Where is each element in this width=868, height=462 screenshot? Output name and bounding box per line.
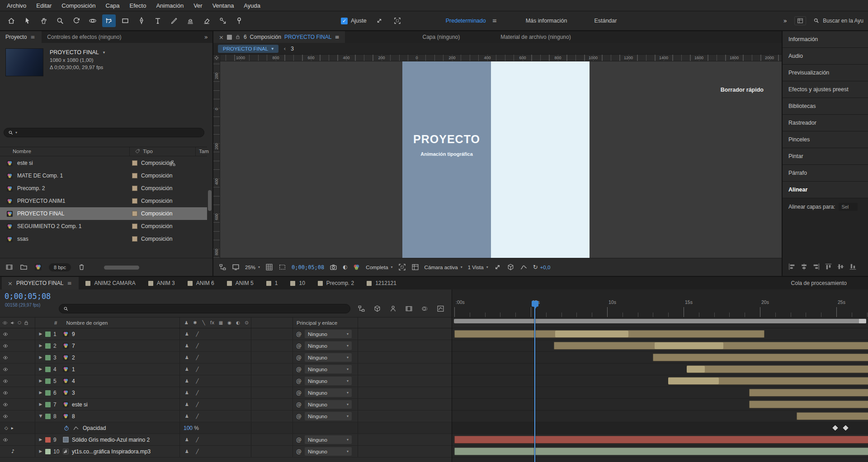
chevron-right-icon[interactable]: ▶ [37,391,44,395]
pick-whip-icon[interactable]: @ [296,355,302,360]
draft-3d-icon[interactable] [373,305,381,313]
shy-icon[interactable]: ♟ [184,438,190,442]
eye-icon[interactable] [3,402,8,407]
panel-menu-icon[interactable]: ≡ [67,280,73,286]
time-ruler[interactable]: :00s05s10s15s20s25s [452,289,868,317]
parent-dropdown[interactable]: Ninguno ▾ [305,330,352,338]
quality-icon[interactable]: ╱ [194,391,201,395]
pick-whip-icon[interactable]: @ [296,378,302,384]
layer-switches[interactable]: ♟ ╱ [180,446,251,457]
timeline-track[interactable] [452,411,868,422]
project-search-input[interactable]: ▾ [4,128,204,137]
layer-bar[interactable] [687,365,868,373]
tab-material-de-archivo[interactable]: Material de archivo (ninguno) [495,31,576,43]
timeline-tab-anim-3[interactable]: ANIM 3 [142,277,181,289]
show-snapshot-icon[interactable]: ◐ [343,265,347,270]
column-tipo[interactable]: Tipo [135,149,153,154]
help-search[interactable]: Buscar en la Ayu [813,18,863,24]
panel-header-alinear[interactable]: Alinear [783,182,868,198]
magnification-select[interactable]: 25% ▾ [245,265,260,270]
timeline-track[interactable] [452,387,868,399]
graph-icon[interactable] [73,425,79,431]
parent-dropdown[interactable]: Ninguno ▾ [305,377,352,385]
workspace-mas-informacion[interactable]: Más información [526,18,567,24]
ruler-origin-icon[interactable] [213,55,220,61]
pick-whip-icon[interactable]: @ [296,390,302,396]
layer-bar[interactable] [797,412,868,420]
tab-capa[interactable]: Capa (ninguno) [417,31,466,43]
timeline-tab-anim-5[interactable]: ANIM 5 [221,277,259,289]
eye-icon[interactable] [3,390,8,396]
column-divider[interactable] [195,147,196,156]
layer-bar[interactable] [554,342,868,350]
project-item[interactable]: SEGUIMIENTO 2 Comp. 1 Composición [0,220,207,233]
frame-blend-icon[interactable] [405,305,413,313]
tool-rectangle[interactable] [118,14,132,27]
project-item[interactable]: este si Composición [0,157,207,169]
layer-row[interactable]: ▶ 3 2 ♟ ╱ @ Ninguno ▾ [0,352,452,364]
label-color[interactable] [45,378,51,384]
vertical-ruler[interactable]: 2000200400600800 [213,61,220,258]
vertical-scrollbar[interactable] [208,190,212,211]
tab-composition[interactable]: × 6 Composición PROYECTO FINAL ≡ [213,31,345,43]
label-color-chip[interactable] [132,198,137,204]
shy-icon[interactable]: ♟ [184,379,190,383]
menu-archivo[interactable]: Archivo [2,0,31,11]
layer-row[interactable]: ▶ 4 1 ♟ ╱ @ Ninguno ▾ [0,364,452,375]
shy-icon[interactable]: ♟ [184,367,190,372]
tool-zoom[interactable] [53,14,67,27]
chevron-down-icon[interactable]: ▼ [37,414,44,418]
parent-dropdown[interactable]: Ninguno ▾ [305,435,352,444]
quality-icon[interactable]: ╱ [194,449,201,454]
eye-icon[interactable] [3,331,8,337]
layer-switches[interactable]: ♟ ╱ [180,328,251,340]
reset-exposure-icon[interactable]: ↻ [533,264,538,270]
current-time-display[interactable]: 0;00;05;08 [5,292,51,301]
interpret-footage-icon[interactable] [5,263,13,271]
parent-dropdown[interactable]: Ninguno ▾ [305,341,352,350]
layer-switches[interactable]: ♟ ╱ [180,352,251,363]
tool-type[interactable] [151,14,165,27]
new-folder-icon[interactable] [20,263,28,271]
parent-dropdown[interactable]: Ninguno ▾ [305,400,352,409]
view-layout-select[interactable]: 1 Vista ▾ [468,265,488,270]
layer-switches[interactable]: ♟ ╱ [180,387,251,398]
breadcrumb-current[interactable]: PROYECTO FINAL ▾ [218,45,278,53]
layer-main[interactable]: ▶ 4 1 [35,364,180,375]
project-item[interactable]: PROYECTO ANIM1 Composición [0,195,207,207]
timeline-tab-1[interactable]: 1 [260,277,284,289]
layer-bar[interactable] [454,436,868,443]
comp-name-row[interactable]: PROYECTO FINAL ▾ [50,49,105,56]
timeline-tab-precomp-2[interactable]: Precomp. 2 [312,277,360,289]
label-color[interactable] [45,355,51,360]
panel-header-rastreador[interactable]: Rastreador [783,115,868,131]
shy-icon[interactable]: ♟ [184,332,190,336]
preview-timecode[interactable]: 0;00;05;08 [292,264,324,271]
align-target-select[interactable]: Sel [839,203,858,211]
panel-header-bibliotecas[interactable]: Bibliotecas [783,98,868,115]
label-color-chip[interactable] [132,224,137,229]
eye-icon[interactable] [3,367,8,372]
layer-switches[interactable]: ♟ ╱ [180,411,251,422]
timeline-track[interactable] [452,434,868,446]
workspace-settings-icon[interactable] [794,16,806,25]
layer-main[interactable]: ▶ 10 yt1s.co...gráfica Inspiradora.mp3 [35,446,180,457]
shy-icon[interactable]: ♟ [184,402,190,407]
tool-pan-behind[interactable] [102,14,116,27]
chevron-right-icon[interactable]: ▶ [37,402,44,406]
label-color-chip[interactable] [132,211,137,216]
trash-icon[interactable] [78,263,85,271]
pick-whip-icon[interactable]: @ [296,367,302,372]
chevron-right-icon[interactable]: ▶ [37,367,44,371]
parent-dropdown[interactable]: Ninguno ▾ [305,388,352,397]
camera-select[interactable]: Cámara activa ▾ [425,265,462,270]
horizontal-scrollbar[interactable] [104,266,139,270]
shy-icon[interactable]: ♟ [184,449,190,454]
align-right-icon[interactable] [812,263,820,271]
quality-icon[interactable]: ╱ [194,332,201,336]
tool-rotate[interactable] [70,14,83,27]
project-item[interactable]: ssas Composición [0,233,207,245]
project-item[interactable]: Precomp. 2 Composición [0,182,207,195]
shy-icon[interactable]: ♟ [184,355,190,360]
monitor-icon[interactable] [232,263,240,271]
